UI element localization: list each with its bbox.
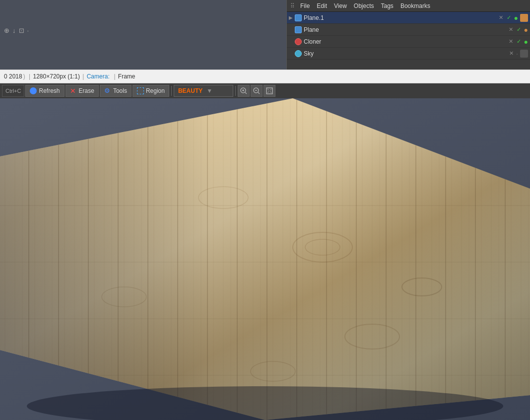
zoom-in-icon <box>240 87 247 94</box>
erase-button[interactable]: ✕ Erase <box>66 85 99 97</box>
region-icon <box>137 87 144 94</box>
object-row[interactable]: ▶ Sky ✕ · <box>287 48 530 60</box>
obj-x-1: ✕ <box>499 14 503 21</box>
obj-x-4: ✕ <box>509 50 514 57</box>
status-bar: 0 2018 ) | 1280×720px (1:1) | Camera: | … <box>0 70 530 83</box>
status-coords: 0 2018 <box>4 73 22 80</box>
obj-dot-green-1: ● <box>514 14 518 22</box>
region-label: Region <box>146 87 165 94</box>
top-bar: ⊕ ↓ ⊡ · ⠿ File Edit View Objects Tags Bo… <box>0 0 530 70</box>
toolbar-separator <box>171 86 172 96</box>
obj-x-2: ✕ <box>509 26 513 33</box>
zoom-out-icon <box>253 87 260 94</box>
nav-icon-down[interactable]: ↓ <box>12 27 16 34</box>
object-row[interactable]: ▶ Cloner ✕ ✓ ● <box>287 36 530 48</box>
region-button[interactable]: Region <box>132 85 169 97</box>
zoom-reset-button[interactable] <box>264 85 275 97</box>
dropdown-arrow-icon: ▼ <box>206 87 212 94</box>
status-camera: Camera: <box>87 73 110 80</box>
svg-line-11 <box>270 89 271 90</box>
obj-x-3: ✕ <box>509 38 513 45</box>
object-list: ▶ Plane.1 ✕ ✓ ● ▶ Plane ✕ ✓ ● ▶ <box>287 12 530 60</box>
nav-icon-dot[interactable]: · <box>27 27 29 34</box>
erase-label: Erase <box>79 87 94 94</box>
status-frame: Frame <box>118 73 135 80</box>
nav-icon-frame[interactable]: ⊡ <box>19 27 24 34</box>
status-sep2: | <box>27 73 32 80</box>
menu-file[interactable]: File <box>297 1 313 10</box>
object-type-icon-plane <box>295 26 302 33</box>
zoom-out-button[interactable] <box>251 85 263 97</box>
grid-icon[interactable]: ⠿ <box>289 2 296 9</box>
tools-icon: ⚙ <box>104 87 111 94</box>
channel-dropdown[interactable]: BEAUTY ▼ <box>174 85 233 97</box>
menu-tags[interactable]: Tags <box>378 1 397 10</box>
object-name-plane: Plane <box>304 26 506 33</box>
refresh-button[interactable]: Refresh <box>25 85 64 97</box>
zoom-in-button[interactable] <box>238 85 250 97</box>
object-type-icon-sky <box>295 50 302 57</box>
object-expand-icon: ▶ <box>289 15 293 20</box>
menu-edit[interactable]: Edit <box>314 1 330 10</box>
svg-line-10 <box>267 91 269 93</box>
material-tag-img[interactable] <box>520 50 528 58</box>
render-scene <box>0 98 530 420</box>
refresh-icon <box>30 87 37 94</box>
obj-dot-green-3: ● <box>524 38 528 46</box>
menu-view[interactable]: View <box>331 1 350 10</box>
object-name-sky: Sky <box>304 50 507 57</box>
object-type-icon-cloner <box>295 38 302 45</box>
erase-icon: ✕ <box>70 87 77 94</box>
object-name-plane1: Plane.1 <box>304 14 496 21</box>
menu-bookmarks[interactable]: Bookmarks <box>398 1 433 10</box>
svg-line-8 <box>267 89 269 90</box>
status-sep1: ) <box>23 73 25 80</box>
object-menu-bar: ⠿ File Edit View Objects Tags Bookmarks <box>287 0 530 12</box>
svg-rect-7 <box>266 88 272 94</box>
menu-objects[interactable]: Objects <box>351 1 377 10</box>
render-viewport[interactable] <box>0 98 530 420</box>
object-manager: ⠿ File Edit View Objects Tags Bookmarks … <box>286 0 530 70</box>
object-name-cloner: Cloner <box>304 38 506 45</box>
svg-line-1 <box>245 92 247 94</box>
status-sep4: | <box>111 73 117 80</box>
obj-dot-orange-2: ● <box>524 26 528 34</box>
status-sep3: | <box>81 73 86 80</box>
object-row[interactable]: ▶ Plane ✕ ✓ ● <box>287 24 530 36</box>
material-tag-orange[interactable] <box>520 14 528 22</box>
render-background <box>0 98 530 420</box>
top-left-preview: ⊕ ↓ ⊡ · <box>0 0 286 70</box>
obj-check-2: ✓ <box>517 26 521 33</box>
object-row[interactable]: ▶ Plane.1 ✕ ✓ ● <box>287 12 530 24</box>
toolbar-separator2 <box>235 86 236 96</box>
obj-dot-none-4: · <box>516 50 518 58</box>
tools-button[interactable]: ⚙ Tools <box>100 85 132 97</box>
svg-line-5 <box>258 92 260 94</box>
tools-label: Tools <box>113 87 127 94</box>
status-resolution: 1280×720px (1:1) <box>33 73 80 80</box>
zoom-reset-icon <box>266 87 273 94</box>
refresh-label: Refresh <box>39 87 60 94</box>
channel-label: BEAUTY <box>178 87 202 94</box>
obj-check-3: ✓ <box>517 38 521 45</box>
svg-line-9 <box>270 91 271 93</box>
ctrlc-button[interactable]: Ctrl+C <box>2 85 24 97</box>
object-type-icon-plane1 <box>295 14 302 21</box>
nav-icon-move[interactable]: ⊕ <box>4 27 9 34</box>
render-toolbar: Ctrl+C Refresh ✕ Erase ⚙ Tools Region BE… <box>0 83 530 98</box>
obj-check-1: ✓ <box>507 14 511 21</box>
